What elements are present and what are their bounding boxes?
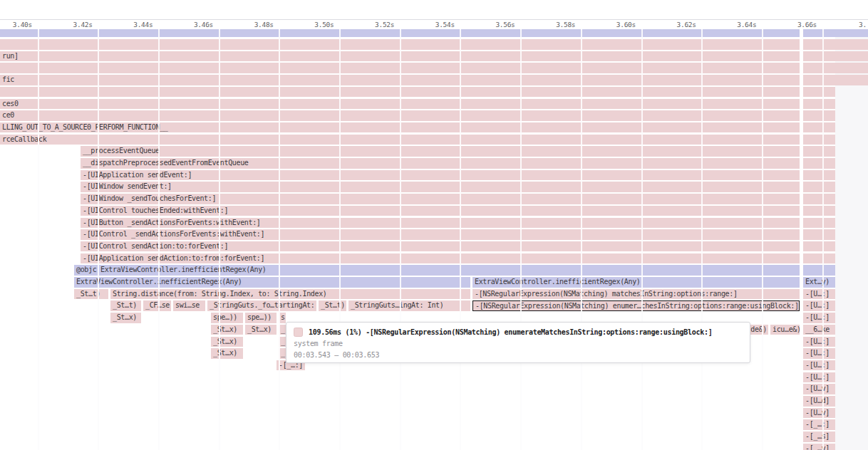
instruments-flame-chart-screen: run]ficces0ce0LLING_OUT_TO_A_SOURCE0_PER… bbox=[0, 0, 868, 450]
ruler-tick-label: 3.46s bbox=[194, 21, 213, 28]
flame-frame[interactable]: -[UIWindow sendEvent:] bbox=[81, 182, 800, 192]
ruler-tick-label: 3.58s bbox=[556, 21, 575, 28]
flame-frame[interactable]: _St…x) bbox=[211, 348, 243, 359]
flame-frame[interactable] bbox=[803, 29, 868, 37]
timeline-gridline bbox=[762, 29, 763, 450]
flame-frame[interactable]: -[U…:] bbox=[803, 337, 835, 347]
ruler-tick-label: 3.56s bbox=[495, 21, 515, 28]
ruler-tick-label: 3.52s bbox=[375, 21, 394, 28]
ruler-baseline bbox=[0, 19, 868, 20]
flame-frame[interactable]: __dispatchPreprocessedEventFromEventQueu… bbox=[81, 158, 800, 169]
ruler-tick-label: 3.60s bbox=[616, 21, 636, 28]
flame-frame[interactable]: -[U…:] bbox=[803, 313, 835, 323]
tooltip-note: system frame bbox=[294, 338, 743, 349]
ruler-tick-label: 3.48s bbox=[254, 21, 274, 28]
flame-frame[interactable] bbox=[803, 265, 835, 276]
flame-frame[interactable]: -[UIApplication sendAction:to:from:forEv… bbox=[81, 253, 800, 264]
ruler-tick-label: 3.66s bbox=[797, 21, 817, 28]
frame-tooltip: 109.56ms (1%) -[NSRegularExpression(NSMa… bbox=[286, 322, 750, 363]
flame-frame[interactable]: _StringGuts._fo…tartingAt: Int) bbox=[207, 300, 316, 311]
timeline-gridline bbox=[98, 29, 99, 450]
tooltip-title: 109.56ms (1%) -[NSRegularExpression(NSMa… bbox=[309, 328, 712, 336]
flame-frame[interactable] bbox=[803, 229, 835, 240]
flame-frame[interactable]: _St…x) bbox=[110, 313, 141, 323]
ruler-tick-label: 3.64s bbox=[737, 21, 756, 28]
flame-frame[interactable]: -[UIControl sendAction:to:forEvent:] bbox=[81, 241, 800, 252]
flame-frame[interactable] bbox=[803, 122, 835, 133]
flame-frame[interactable]: _St…x) bbox=[211, 325, 243, 335]
flame-frame[interactable] bbox=[803, 206, 835, 216]
frame-color-swatch-icon bbox=[294, 328, 303, 337]
flame-frame[interactable] bbox=[803, 158, 835, 169]
timeline-gridline bbox=[641, 29, 643, 450]
timeline-gridline bbox=[400, 29, 401, 450]
flame-frame[interactable] bbox=[803, 170, 835, 181]
flame-frame[interactable]: -[U…d] bbox=[803, 396, 835, 407]
flame-frame[interactable]: Ext…y) bbox=[803, 277, 835, 288]
ruler-tick-label: 3.44s bbox=[133, 21, 153, 28]
flame-frame[interactable]: -[U…:] bbox=[803, 300, 835, 311]
flame-frame[interactable]: _St…t) bbox=[74, 289, 108, 300]
flame-frame[interactable] bbox=[803, 135, 835, 145]
flame-frame[interactable]: spe…)) bbox=[211, 313, 243, 323]
flame-frame[interactable] bbox=[803, 241, 835, 252]
flame-frame[interactable]: _St…t) bbox=[110, 300, 141, 311]
flame-frame[interactable]: -[UIWindow _sendTouchesForEvent:] bbox=[81, 194, 800, 204]
flame-frame[interactable]: spe…)) bbox=[245, 313, 277, 323]
flame-frame[interactable]: -[U…:] bbox=[803, 372, 835, 383]
timeline-gridline bbox=[219, 29, 220, 450]
flame-frame[interactable] bbox=[803, 146, 835, 157]
flame-frame[interactable]: _StringGuts…ingAt: Int) bbox=[348, 300, 470, 311]
timeline-gridline bbox=[701, 29, 703, 450]
flame-frame[interactable]: String.distance(from: String.Index, to: … bbox=[110, 289, 470, 300]
flame-frame[interactable]: -[U…v] bbox=[803, 384, 835, 394]
flame-frame[interactable]: -[U…:] bbox=[803, 289, 835, 300]
timeline-gridline bbox=[158, 29, 160, 450]
flame-frame[interactable]: -[UIButton _sendActionsForEvents:withEve… bbox=[81, 218, 800, 229]
flame-frame[interactable]: ExtraViewController.inefficientRegex(Any… bbox=[74, 277, 470, 288]
flame-frame[interactable]: -[U…v] bbox=[803, 408, 835, 419]
flame-frame[interactable]: swi…se bbox=[173, 300, 205, 311]
flame-frame[interactable] bbox=[803, 253, 835, 264]
flame-frame[interactable] bbox=[803, 182, 835, 192]
timeline-gridline bbox=[520, 29, 522, 450]
flame-frame[interactable] bbox=[803, 39, 868, 50]
flame-frame[interactable] bbox=[803, 194, 835, 204]
flame-frame[interactable]: -[U…:] bbox=[803, 348, 835, 359]
flame-frame[interactable]: -[U…:] bbox=[803, 360, 835, 371]
ruler-tick-label: 3.42s bbox=[73, 21, 93, 28]
timeline-gridline bbox=[339, 29, 341, 450]
flame-frame[interactable]: -[UIControl touchesEnded:withEvent:] bbox=[81, 206, 800, 216]
ruler-tick-label: 3. bbox=[859, 21, 867, 28]
flame-frame[interactable] bbox=[803, 63, 868, 73]
flame-frame[interactable]: -[_…v] bbox=[803, 444, 835, 450]
flame-frame[interactable]: __processEventQueue bbox=[81, 146, 800, 157]
flame-frame[interactable]: _St…x) bbox=[245, 325, 277, 335]
ruler-tick-label: 3.62s bbox=[677, 21, 696, 28]
flame-frame[interactable] bbox=[803, 110, 835, 121]
flame-frame[interactable] bbox=[803, 99, 835, 110]
right-background-strip bbox=[835, 29, 868, 450]
flame-frame[interactable]: _St…x) bbox=[211, 337, 243, 347]
flame-frame[interactable]: icu…e&) bbox=[770, 325, 800, 335]
flame-frame[interactable] bbox=[803, 218, 835, 229]
timeline-gridline bbox=[38, 29, 39, 450]
timeline-ruler[interactable]: 3.40s3.42s3.44s3.46s3.48s3.50s3.52s3.54s… bbox=[0, 0, 868, 28]
flame-frame[interactable]: -[UIControl _sendActionsForEvents:withEv… bbox=[81, 229, 800, 240]
flame-frame[interactable]: _CF…se bbox=[143, 300, 171, 311]
timeline-gridline bbox=[581, 29, 582, 450]
tooltip-time-range: 00:03.543 — 00:03.653 bbox=[294, 349, 743, 360]
timeline-gridline bbox=[822, 29, 824, 450]
flame-frame[interactable]: _St…t) bbox=[319, 300, 346, 311]
ruler-tick-label: 3.54s bbox=[435, 21, 455, 28]
flame-frame[interactable] bbox=[803, 75, 868, 85]
flame-frame[interactable] bbox=[803, 87, 835, 98]
flame-frame[interactable]: -[UIApplication sendEvent:] bbox=[81, 170, 800, 181]
flame-frame[interactable]: -[_…:] bbox=[803, 419, 835, 430]
flame-frame[interactable] bbox=[803, 51, 868, 62]
ruler-tick-label: 3.50s bbox=[314, 21, 334, 28]
flame-frame[interactable]: @objc ExtraViewController.inefficientReg… bbox=[74, 265, 800, 276]
flame-frame[interactable]: -[_…s] bbox=[803, 431, 835, 442]
flame-frame[interactable]: __6…ke bbox=[803, 325, 835, 335]
timeline-gridline bbox=[279, 29, 280, 450]
